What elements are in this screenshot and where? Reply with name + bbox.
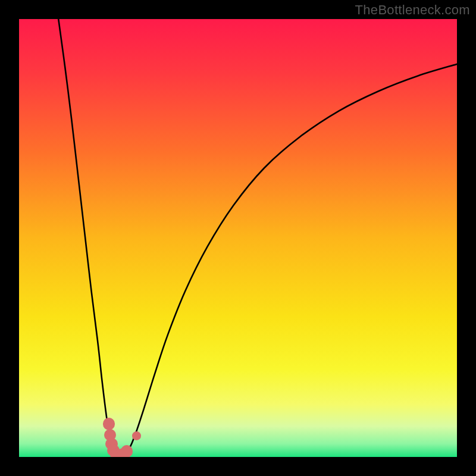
data-marker — [132, 431, 141, 440]
plot-area — [19, 19, 457, 457]
chart-frame: TheBottleneck.com — [0, 0, 476, 476]
watermark-text: TheBottleneck.com — [355, 2, 470, 18]
data-marker — [121, 445, 133, 457]
markers-layer — [19, 19, 457, 457]
data-marker — [103, 418, 115, 430]
